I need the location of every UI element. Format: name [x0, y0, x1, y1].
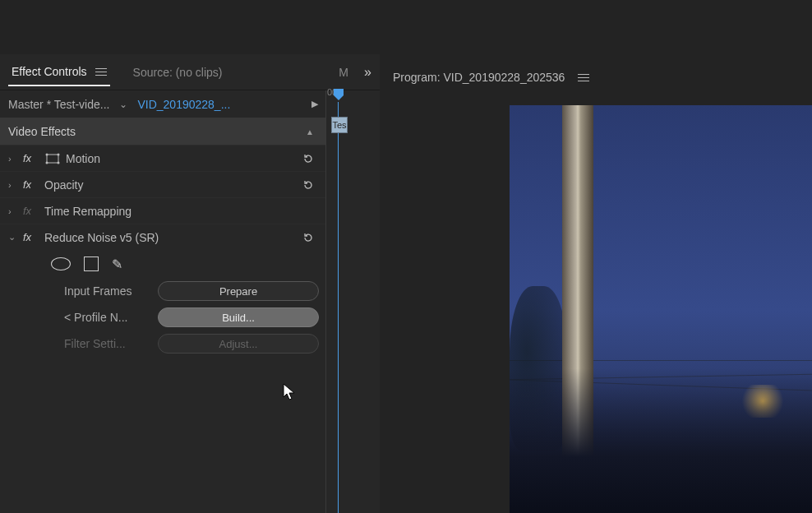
scene-ground [510, 368, 812, 513]
mask-ellipse-icon[interactable] [51, 257, 71, 270]
svg-point-2 [58, 153, 60, 155]
fx-badge: fx [23, 178, 41, 191]
reset-icon[interactable] [301, 178, 316, 192]
param-profile-noise: < Profile N... Build... [0, 304, 325, 330]
svg-point-4 [58, 161, 60, 164]
reset-icon[interactable] [301, 151, 316, 166]
clip-name-link[interactable]: VID_20190228_... [137, 98, 230, 111]
effect-controls-panel: Effect Controls Source: (no clips) M » M… [0, 54, 380, 513]
master-label: Master * Test-vide... [8, 98, 109, 111]
param-label: Input Frames [64, 284, 158, 298]
mask-rect-icon[interactable] [84, 256, 99, 271]
playhead-line [338, 102, 339, 513]
video-frame [510, 105, 812, 513]
reset-icon[interactable] [301, 230, 316, 245]
effect-label: Opacity [44, 178, 317, 192]
tab-label: Effect Controls [12, 65, 87, 78]
tab-effect-controls[interactable]: Effect Controls [8, 58, 110, 86]
chevron-down-icon[interactable]: ⌄ [119, 99, 127, 110]
effect-motion[interactable]: › fx Motion [0, 145, 325, 171]
effect-label: Time Remapping [44, 205, 317, 218]
expand-chevrons-icon[interactable]: » [364, 65, 371, 80]
play-icon[interactable]: ▶ [311, 99, 318, 109]
app-topbar [0, 0, 812, 54]
prepare-button[interactable]: Prepare [158, 281, 319, 301]
fx-badge: fx [23, 231, 41, 243]
param-filter-settings: Filter Setti... Adjust... [0, 330, 325, 357]
param-input-frames: Input Frames Prepare [0, 278, 325, 304]
effect-label: Motion [66, 152, 317, 165]
effect-opacity[interactable]: › fx Opacity [0, 171, 325, 197]
effect-label: Reduce Noise v5 (SR) [44, 231, 317, 244]
panel-menu-icon[interactable] [95, 68, 107, 76]
tab-source[interactable]: Source: (no clips) [118, 59, 226, 86]
panel-tab-row: Effect Controls Source: (no clips) M » [0, 54, 380, 90]
expand-arrow-icon[interactable]: › [8, 206, 23, 216]
expand-arrow-icon[interactable]: › [8, 180, 23, 190]
build-button[interactable]: Build... [158, 307, 319, 327]
mini-timeline[interactable]: 00; Tes [325, 90, 380, 513]
motion-bounds-icon [44, 152, 61, 165]
timeline-clip-tag[interactable]: Tes [331, 117, 348, 133]
effects-list: Video Effects ▲ › fx Motion › fx Opacity [0, 118, 325, 357]
collapse-arrow-icon[interactable]: ⌄ [8, 232, 23, 243]
section-video-effects[interactable]: Video Effects ▲ [0, 118, 325, 145]
program-header: Program: VID_20190228_202536 [380, 62, 812, 92]
program-monitor-panel: Program: VID_20190228_202536 [380, 54, 812, 513]
effect-time-remapping[interactable]: › fx Time Remapping [0, 197, 325, 224]
svg-point-3 [46, 161, 48, 164]
program-title: Program: VID_20190228_202536 [393, 71, 565, 84]
master-clip-row: Master * Test-vide... ⌄ VID_20190228_...… [0, 90, 380, 118]
expand-arrow-icon[interactable]: › [8, 154, 23, 164]
svg-point-1 [46, 153, 48, 155]
param-label: Filter Setti... [64, 337, 158, 350]
tab-truncated: M [339, 66, 348, 79]
param-label: < Profile N... [64, 311, 158, 324]
fx-badge: fx [23, 152, 41, 164]
mask-pen-icon[interactable]: ✎ [112, 256, 122, 272]
tab-label: Source: (no clips) [133, 66, 223, 79]
mask-shapes-row: ✎ [0, 250, 325, 278]
panel-menu-icon[interactable] [578, 74, 589, 81]
collapse-icon: ▲ [306, 127, 314, 136]
playhead-icon[interactable] [332, 87, 345, 102]
svg-rect-0 [47, 155, 58, 163]
effect-reduce-noise[interactable]: ⌄ fx Reduce Noise v5 (SR) [0, 224, 325, 250]
section-label: Video Effects [8, 125, 76, 138]
workspace: Effect Controls Source: (no clips) M » M… [0, 54, 812, 513]
mouse-cursor-icon [283, 383, 298, 404]
program-preview[interactable] [380, 105, 812, 513]
adjust-button: Adjust... [158, 334, 319, 354]
fx-badge: fx [23, 205, 41, 217]
